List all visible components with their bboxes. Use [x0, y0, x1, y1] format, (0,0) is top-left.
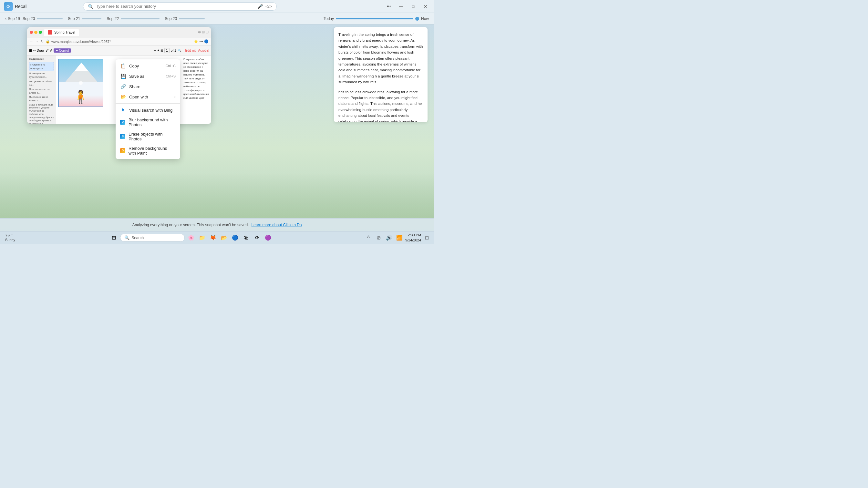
browser-nav-icons: ⊕ ⊞ ⊟	[198, 30, 209, 34]
highlight-tool[interactable]: 🖊	[45, 49, 49, 52]
display-settings-icon[interactable]: ⎚	[374, 233, 383, 242]
back-button[interactable]: ←	[30, 40, 33, 43]
context-menu-divider-1	[116, 103, 180, 104]
traveler-figure: 🧍	[73, 90, 89, 103]
pdf-sidebar: Съдържание Пътуване из природата... Попъ…	[27, 56, 56, 124]
save-icon: 💾	[120, 73, 126, 79]
maximize-dot	[39, 31, 42, 34]
context-menu-blur-bg[interactable]: P Blur background with Photos	[116, 115, 180, 129]
temperature-display: 71°F	[5, 234, 15, 238]
timeline-bar-sep23	[179, 18, 205, 20]
taskbar-recall-app-button[interactable]: ⟳	[252, 233, 261, 242]
timeline-nav-label: Sep 19	[8, 17, 20, 21]
taskbar-clock[interactable]: 2:30 PM 9/24/2024	[405, 233, 421, 243]
recall-logo[interactable]: ⟳ Recall	[4, 2, 27, 11]
browser-chrome-bar: Spring Travel ⊕ ⊞ ⊟	[27, 27, 211, 37]
system-tray-expand[interactable]: ^	[364, 233, 373, 242]
taskbar-search-bar[interactable]: 🔍 Search	[120, 234, 185, 242]
bottom-notification-bar: Analyzing everything on your screen. Thi…	[0, 218, 434, 231]
text-tool[interactable]: A	[50, 49, 52, 52]
timeline-bar-sep20	[37, 18, 63, 20]
recall-app-icon: ⟳	[4, 2, 13, 11]
zoom-in[interactable]: +	[157, 49, 159, 52]
history-search-bar[interactable]: 🔍 🎤 </>	[83, 2, 277, 11]
weather-condition: Sunny	[5, 238, 15, 242]
timeline-date-label: Sep 22	[106, 17, 119, 21]
code-icon[interactable]: </>	[266, 4, 272, 9]
draw-tool[interactable]: ✏ Draw	[33, 49, 44, 52]
history-search-input[interactable]	[96, 4, 255, 9]
context-menu-copy[interactable]: 📋 Copy Ctrl+C	[116, 61, 180, 71]
learn-more-link[interactable]: Learn more about Click to Do	[251, 223, 302, 227]
taskbar-store-button[interactable]: 🛍	[242, 233, 251, 242]
lock-icon: 🔒	[45, 39, 50, 43]
time-display: 2:30 PM	[405, 233, 421, 237]
notification-button[interactable]: □	[423, 233, 431, 242]
network-icon[interactable]: 📶	[395, 233, 404, 242]
context-menu-save-as[interactable]: 💾 Save as Ctrl+S	[116, 71, 180, 82]
minimize-button[interactable]: —	[397, 2, 406, 11]
timeline-item-sep20[interactable]: Sep 20	[23, 17, 63, 21]
pdf-tab-icon	[48, 30, 52, 35]
page-number-input[interactable]: 1	[164, 48, 169, 53]
taskbar-edge-button[interactable]: 🔵	[230, 233, 240, 242]
edit-acrobat-button[interactable]: Edit with Acrobat	[185, 49, 209, 52]
of-pages-label: of 1	[171, 49, 176, 52]
windows-start-button[interactable]: ⊞	[109, 233, 118, 242]
timeline-item-sep23[interactable]: Sep 23	[165, 17, 205, 21]
submenu-arrow-icon: ›	[175, 95, 176, 99]
timeline-item-sep22[interactable]: Sep 22	[106, 17, 159, 21]
pdf-article-text: Пътуване трябва носи свежо усещане за об…	[183, 58, 209, 100]
context-menu-visual-search[interactable]: b Visual search with Bing	[116, 105, 180, 115]
address-bar: ← → ↻ 🔒 www.marqiestravel.com/Viewer/295…	[27, 37, 211, 46]
menu-icon[interactable]: ☰	[29, 49, 32, 52]
context-menu-open-with[interactable]: 📂 Open with ›	[116, 92, 180, 102]
timeline-back-button[interactable]: ‹ Sep 19	[5, 17, 20, 21]
context-menu: 📋 Copy Ctrl+C 💾 Save as Ctrl+S 🔗 Share 📂…	[116, 59, 180, 159]
photos-blur-icon: P	[120, 120, 125, 125]
recall-title: Recall	[15, 4, 27, 9]
pdf-travel-image[interactable]: 🧍	[58, 59, 103, 107]
taskbar-teams-button[interactable]: 🟣	[264, 233, 273, 242]
copilot-label[interactable]: ✦ Copilot	[54, 48, 71, 53]
top-bar-controls: ••• — □ ✕	[384, 2, 430, 11]
taskbar-right: ^ ⎚ 🔊 📶 2:30 PM 9/24/2024 □	[364, 233, 431, 243]
timeline-today[interactable]: Today Now	[323, 17, 429, 21]
cursor-indicator	[79, 81, 83, 85]
context-menu-remove-bg[interactable]: P Remove background with Paint	[116, 143, 180, 158]
window-control-dots	[30, 31, 42, 34]
taskbar-widgets-button[interactable]: 🌸	[187, 233, 196, 242]
volume-icon[interactable]: 🔊	[384, 233, 394, 242]
timeline-bar: ‹ Sep 19 Sep 20 Sep 21 Sep 22 Sep 23 Tod…	[0, 13, 434, 25]
taskbar-browser-button[interactable]: 🦊	[209, 233, 218, 242]
zoom-out[interactable]: −	[154, 49, 156, 52]
copy-shortcut: Ctrl+C	[166, 64, 176, 68]
search-pdf-icon[interactable]: 🔍	[178, 49, 182, 52]
taskbar-file-manager-button[interactable]: 📂	[220, 233, 228, 242]
close-button[interactable]: ✕	[421, 2, 430, 11]
taskbar-explorer-button[interactable]: 📁	[197, 233, 207, 242]
timeline-date-label: Sep 23	[165, 17, 177, 21]
reload-button[interactable]: ↻	[41, 39, 43, 43]
fit-page[interactable]: ⊞	[160, 49, 163, 52]
context-menu-share[interactable]: 🔗 Share	[116, 82, 180, 92]
taskbar-search-label: Search	[131, 236, 144, 240]
open-with-label: Open with	[129, 95, 148, 99]
context-menu-erase-objects[interactable]: P Erase objects with Photos	[116, 129, 180, 143]
forward-button[interactable]: →	[35, 40, 39, 43]
taskbar-search-icon: 🔍	[124, 235, 129, 240]
microphone-icon[interactable]: 🎤	[257, 4, 263, 9]
now-label: Now	[421, 17, 429, 21]
url-text[interactable]: www.marqiestravel.com/Viewer/29574	[51, 40, 112, 43]
more-options-button[interactable]: •••	[384, 2, 393, 11]
visual-search-label: Visual search with Bing	[129, 108, 173, 112]
top-bar: ⟳ Recall 🔍 🎤 </> ••• — □ ✕	[0, 0, 434, 13]
blur-bg-label: Blur background with Photos	[128, 118, 176, 127]
taskbar-weather[interactable]: 71°F Sunny	[3, 234, 18, 242]
date-display: 9/24/2024	[405, 238, 421, 243]
save-shortcut: Ctrl+S	[166, 74, 176, 78]
main-content-area: Spring Travel ⊕ ⊞ ⊟ ← → ↻ 🔒 www.marqiest…	[0, 25, 434, 231]
share-label: Share	[129, 84, 141, 89]
maximize-button[interactable]: □	[409, 2, 418, 11]
timeline-item-sep21[interactable]: Sep 21	[68, 17, 101, 21]
